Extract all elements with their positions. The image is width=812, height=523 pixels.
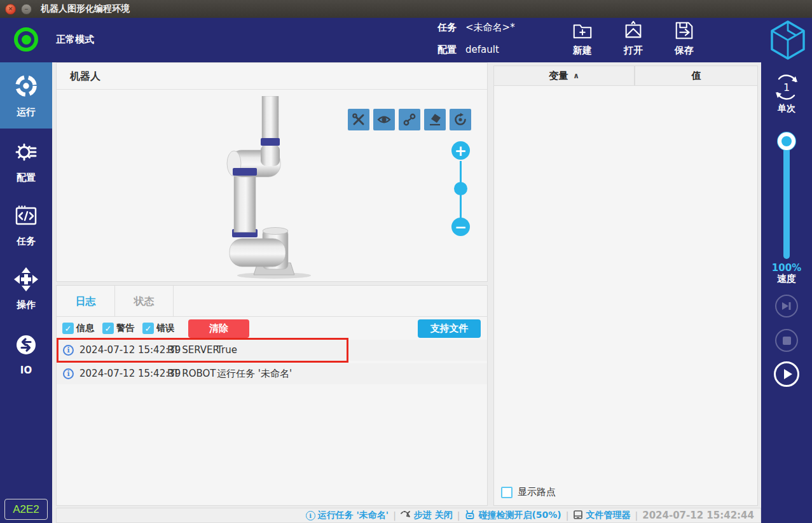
left-sidebar: 运行 配置 任务 <box>0 62 52 523</box>
speed-value: 100% <box>761 262 812 274</box>
error-checkbox-label: 错误 <box>156 323 174 334</box>
eye-button[interactable] <box>373 109 395 130</box>
task-value: <未命名>* <box>465 22 515 34</box>
step-forward-button[interactable] <box>775 295 798 317</box>
status-separator: | <box>457 510 460 520</box>
sort-ascending-icon: ∧ <box>573 71 579 80</box>
zoom-in-button[interactable]: + <box>451 141 470 160</box>
svg-text:1: 1 <box>783 81 790 94</box>
log-entry-message: True <box>217 344 237 356</box>
stop-icon <box>783 337 791 345</box>
move-arrows-icon <box>13 267 39 295</box>
step-arrow-icon <box>401 510 411 521</box>
stop-button[interactable] <box>775 329 798 352</box>
window-title: 机器人图形化编程环境 <box>41 3 130 15</box>
eraser-button[interactable] <box>424 109 446 130</box>
loop-once-label: 单次 <box>761 103 812 115</box>
code-window-icon <box>13 203 39 231</box>
zoom-slider-handle[interactable] <box>454 182 467 195</box>
new-button-label: 新建 <box>573 45 592 57</box>
status-file-manager[interactable]: 文件管理器 <box>573 510 630 522</box>
log-filter-bar: 信息 警告 错误 清除 支持文件 <box>57 317 487 340</box>
column-header-value[interactable]: 值 <box>635 66 758 86</box>
sidebar-item-label: 操作 <box>17 299 36 311</box>
status-timestamp: 2024-07-12 15:42:44 <box>642 510 754 521</box>
status-running-task[interactable]: i 运行任务 '未命名' <box>306 510 389 521</box>
sidebar-item-label: 任务 <box>17 235 36 248</box>
mode-label: 正常模式 <box>56 34 94 46</box>
variables-table-header: 变量 ∧ 值 <box>494 66 757 86</box>
show-waypoints-label: 显示路点 <box>518 486 556 498</box>
path-nodes-button[interactable] <box>399 109 420 130</box>
sidebar-item-run[interactable]: 运行 <box>0 62 52 129</box>
envelope-icon <box>623 20 644 44</box>
sidebar-item-label: 配置 <box>17 172 36 184</box>
sidebar-item-operate[interactable]: 操作 <box>0 257 52 321</box>
status-collision-detection[interactable]: 碰撞检测开启(50%) <box>464 510 561 522</box>
status-separator: | <box>566 510 569 520</box>
status-separator: | <box>635 510 638 520</box>
info-checkbox-label: 信息 <box>76 323 94 334</box>
info-circle-icon: i <box>63 345 74 356</box>
robot-panel-title: 机器人 <box>57 63 487 90</box>
task-row: 任务 <未命名>* <box>437 22 515 34</box>
config-value: default <box>465 44 499 56</box>
log-entries-list: i 2024-07-12 15:42:39 RT SERVER True i 2… <box>57 340 487 384</box>
log-entry-message: 运行任务 '未命名' <box>217 368 292 380</box>
status-separator: | <box>393 510 396 520</box>
support-files-button[interactable]: 支持文件 <box>418 319 481 338</box>
task-label: 任务 <box>437 22 457 34</box>
zoom-out-button[interactable]: − <box>451 218 470 236</box>
robot-3d-view[interactable] <box>210 96 338 283</box>
folder-plus-icon <box>572 20 593 44</box>
gear-icon <box>13 139 39 167</box>
status-step-mode[interactable]: 步进 关闭 <box>401 510 453 521</box>
log-entry-row[interactable]: i 2024-07-12 15:42:39 RT SERVER True <box>57 340 487 361</box>
speed-slider-track[interactable] <box>783 137 790 259</box>
variables-panel: 变量 ∧ 值 显示路点 <box>493 66 758 506</box>
robot-panel: 机器人 <box>56 62 488 282</box>
column-header-variable[interactable]: 变量 ∧ <box>493 66 635 86</box>
error-checkbox[interactable] <box>142 323 154 334</box>
log-entry-row[interactable]: i 2024-07-12 15:42:39 RT ROBOT 运行任务 '未命名… <box>57 363 487 384</box>
loop-once-icon[interactable]: 1 <box>771 73 802 104</box>
title-bar: 机器人图形化编程环境 <box>0 0 812 18</box>
status-bar: i 运行任务 '未命名' | 步进 关闭 | 碰撞检测开启(50%) | 文件管 <box>56 508 761 523</box>
close-icon[interactable] <box>5 4 16 15</box>
open-button-label: 打开 <box>624 45 643 57</box>
run-controls-sidebar: 1 单次 100% 速度 <box>761 62 812 523</box>
new-task-button[interactable]: 新建 <box>564 20 601 60</box>
info-circle-icon: i <box>306 511 315 520</box>
log-entry-source: RT ROBOT <box>167 368 216 379</box>
tab-status[interactable]: 状态 <box>115 286 174 316</box>
sidebar-item-config[interactable]: 配置 <box>0 130 52 193</box>
reset-view-button[interactable] <box>450 109 471 130</box>
warning-checkbox[interactable] <box>102 323 114 334</box>
log-entry-source: RT SERVER <box>167 344 219 356</box>
sidebar-item-label: IO <box>20 365 32 376</box>
mode-indicator-icon <box>14 27 38 52</box>
minimize-icon[interactable] <box>21 4 32 15</box>
clear-log-button[interactable]: 清除 <box>188 319 249 338</box>
speed-label: 速度 <box>761 273 812 285</box>
header-bar: 正常模式 任务 <未命名>* 配置 default 新建 打开 保存 <box>0 18 812 62</box>
sidebar-item-label: 运行 <box>17 106 36 118</box>
version-button[interactable]: A2E2 <box>4 499 48 520</box>
tab-log[interactable]: 日志 <box>57 286 115 316</box>
sidebar-item-task[interactable]: 任务 <box>0 193 52 257</box>
sidebar-item-io[interactable]: IO <box>0 322 52 386</box>
show-waypoints-checkbox[interactable] <box>501 487 513 498</box>
log-entry-time: 2024-07-12 15:42:39 <box>79 344 181 356</box>
save-task-button[interactable]: 保存 <box>666 20 703 60</box>
save-disk-icon <box>673 20 695 44</box>
play-icon <box>784 369 792 379</box>
speed-slider-handle[interactable] <box>778 132 795 150</box>
save-button-label: 保存 <box>675 45 694 57</box>
open-task-button[interactable]: 打开 <box>615 20 652 60</box>
log-entry-time: 2024-07-12 15:42:39 <box>79 368 181 379</box>
info-checkbox[interactable] <box>62 323 74 334</box>
play-button[interactable] <box>774 361 799 387</box>
file-manager-icon <box>573 510 583 522</box>
config-row: 配置 default <box>437 44 499 56</box>
tools-button[interactable] <box>348 109 369 130</box>
